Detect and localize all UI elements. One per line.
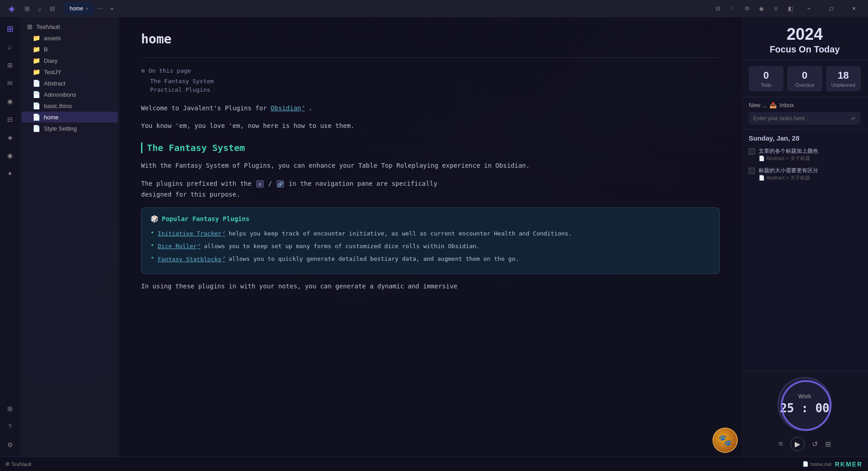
toc-item-2[interactable]: Practical Plugins [141,86,720,93]
sidebar-item-label: Admonitions [44,91,76,98]
task-source-sep-1: > [786,155,788,161]
activity-bar: ⊞ ⌕ ⊞ ✉ ◉ ⊟ ◈ ◉ ✦ ⊞ ? ⚙ [0,17,20,457]
sidebar-item-label: TestVault [36,24,60,30]
section-1-paragraph-1: With the Fantasy System of Plugins, you … [141,160,720,171]
intro-text-1: Welcome to Javalent's Plugins for [141,104,267,112]
sidebar: ⊞ TestVault 📁 assets 📁 B 📁 Diary 📁 TestJ… [20,17,119,457]
section-1-heading: The Fantasy System [141,142,720,153]
folder-icon: 📁 [33,57,40,64]
initiative-tracker-link[interactable]: Initiative Tracker [158,230,225,237]
titlebar-search-btn[interactable]: ⌕ [34,3,45,14]
sidebar-item-assets[interactable]: 📁 assets [22,33,118,43]
inbox-area: New ... 📥 Inbox ↵ [741,97,868,130]
sidebar-item-testjy[interactable]: 📁 TestJY [22,66,118,77]
toc-section: ≡ On this page The Fantasy System Practi… [141,67,720,93]
stat-unplanned-label: Unplanned [829,82,858,88]
win-close[interactable]: × [844,1,864,16]
toc-item-1[interactable]: The Fantasy System [141,78,720,85]
intro-text-2: . [309,104,312,112]
activity-canvas[interactable]: ◈ [2,129,18,146]
share-btn[interactable]: ↑ [726,4,739,13]
activity-community[interactable]: ⊞ [2,400,18,417]
callout-icon: 🎲 [151,215,158,222]
sidebar-item-b[interactable]: 📁 B [22,44,118,55]
tab-home-close[interactable]: × [86,6,89,11]
activity-search[interactable]: ⌕ [2,39,18,55]
avatar[interactable]: 🐾 [712,428,738,453]
sidebar-item-admonitions[interactable]: 📄 Admonitions [22,89,118,100]
tab-new[interactable]: + [107,3,118,14]
obsidian-link[interactable]: Obsidian [271,104,305,112]
inbox-input-row[interactable]: ↵ [749,112,861,125]
stat-overdue-number: 0 [790,70,819,81]
right-panel: 2024 Focus On Today 0 Todo 0 Overdue 18 … [741,17,868,457]
sidebar-item-diary[interactable]: 📁 Diary [22,55,118,66]
tab-home[interactable]: home × [64,2,94,15]
activity-files[interactable]: ⊞ [2,21,18,37]
layout-btn[interactable]: ⊟ [712,4,724,13]
activity-publish[interactable]: ◉ [2,147,18,164]
tab-area: home × ··· + [64,2,705,15]
callout-item-3: Fantasy Statblocks allows you to quickly… [151,253,710,264]
stat-todo-label: Todo [751,82,781,88]
task-source-section-2: 关于标题 [790,174,810,181]
year-display: 2024 [749,26,861,42]
menu-btn[interactable]: ≡ [769,4,782,13]
file-icon: 📄 [33,80,40,87]
tab-more[interactable]: ··· [95,3,106,14]
sidebar-item-label: Diary [44,57,57,64]
task-checkbox-2[interactable] [749,168,755,174]
activity-profile[interactable]: ◉ [2,93,18,109]
sidebar-item-abstract[interactable]: 📄 Abstract [22,78,118,89]
branding-text: RKMER [835,461,863,468]
settings-btn[interactable]: ⚙ [741,4,753,13]
sidebar-item-home[interactable]: 📄 home [22,112,118,122]
dice-roller-link[interactable]: Dice Roller [158,243,200,250]
file-name-item[interactable]: 📄 home.md [802,461,831,467]
task-checkbox-1[interactable] [749,148,755,155]
task-text-2: 标题的大小需要更有区分 [759,167,818,174]
toc-header: ≡ On this page [141,67,720,74]
fantasy-statblocks-link[interactable]: Fantasy Statblocks [158,256,225,263]
sidebar-item-label: Abstract [44,80,66,87]
section-1-paragraph-2: The plugins prefixed with the ⊞ / 🔗 in t… [141,179,720,200]
vault-name-item[interactable]: ⊞ TestVault [5,461,31,467]
bottom-bar: ⊞ TestVault 📄 home.md RKMER [0,457,868,471]
inbox-input[interactable] [753,115,848,122]
vault-icon: ⊞ [27,23,33,30]
sidebar-item-testvault[interactable]: ⊞ TestVault [22,21,118,32]
ribbon-btn[interactable]: ◧ [784,4,797,13]
document-title: home [141,32,720,47]
activity-settings[interactable]: ⚙ [2,437,18,453]
stats-row: 0 Todo 0 Overdue 18 Unplanned [741,61,868,97]
activity-mail[interactable]: ✉ [2,75,18,91]
activity-help[interactable]: ? [2,419,18,435]
task-content-2: 标题的大小需要更有区分 📄 Abstract > 关于标题 [759,167,818,181]
timer-more-btn[interactable]: ⊞ [825,440,831,448]
callout-item-2: Dice Roller allows you to keep set up ma… [151,240,710,251]
sidebar-item-label: basic.thino [44,103,72,109]
activity-graph[interactable]: ⊞ [2,57,18,73]
titlebar-files-btn[interactable]: ⊞ [22,3,33,14]
folder-icon: 📁 [33,68,40,75]
task-item-2: 标题的大小需要更有区分 📄 Abstract > 关于标题 [749,165,861,183]
sidebar-item-label: B [44,46,48,53]
callout-item-2-text: allows you to keep set up many forms of … [204,243,480,250]
win-maximize[interactable]: □ [821,1,842,16]
win-minimize[interactable]: − [798,1,819,16]
task-text-1: 文章的各个标题加上颜色 [759,147,818,155]
timer-play-btn[interactable]: ▶ [790,437,805,451]
app-icon[interactable]: ◈ [4,0,20,17]
section-footer-text: In using these plugins in with your note… [141,281,720,292]
timer-list-btn[interactable]: ≡ [778,440,783,448]
tab-home-label: home [70,5,83,12]
activity-star[interactable]: ✦ [2,165,18,182]
titlebar-bookmark-btn[interactable]: ⊟ [47,3,58,14]
stat-overdue-label: Overdue [790,82,819,88]
stat-overdue: 0 Overdue [787,66,822,91]
user-btn[interactable]: ◉ [755,4,768,13]
sidebar-item-basic-thino[interactable]: 📄 basic.thino [22,100,118,111]
timer-reset-btn[interactable]: ↺ [812,440,818,448]
sidebar-item-style-setting[interactable]: 📄 Style Setting [22,123,118,134]
activity-bookmarks[interactable]: ⊟ [2,111,18,127]
